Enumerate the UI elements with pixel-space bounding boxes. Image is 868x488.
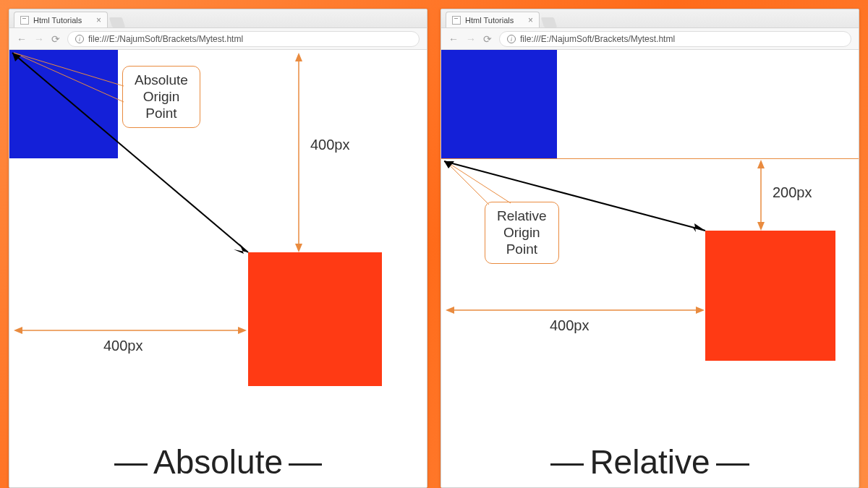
- back-icon[interactable]: ←: [448, 34, 459, 44]
- browser-tabbar: Html Tutorials ×: [9, 9, 427, 28]
- close-icon[interactable]: ×: [528, 16, 533, 25]
- browser-toolbar: ← → ⟳ i file:///E:/NajumSoft/Brackets/My…: [441, 28, 859, 50]
- blue-square: [441, 50, 557, 158]
- panel-relative: Html Tutorials × ← → ⟳ i file:///E:/Naju…: [441, 9, 859, 488]
- relative-baseline: [441, 158, 859, 159]
- svg-marker-5: [238, 327, 247, 334]
- red-square: [248, 252, 382, 386]
- origin-arrow: [444, 161, 705, 231]
- arrowhead-icon: [234, 244, 248, 254]
- close-icon[interactable]: ×: [96, 16, 101, 25]
- info-icon[interactable]: i: [75, 35, 84, 43]
- callout-absolute-origin: Absolute Origin Point: [122, 66, 200, 128]
- arrowhead-icon: [444, 161, 454, 168]
- panel-absolute: Html Tutorials × ← → ⟳ i file:///E:/Naju…: [9, 9, 427, 488]
- dimension-horizontal: 400px: [550, 317, 590, 334]
- back-icon[interactable]: ←: [17, 34, 27, 44]
- url-text: file:///E:/NajumSoft/Brackets/Mytest.htm…: [520, 34, 675, 44]
- canvas-relative: Relative Origin Point 200px: [441, 50, 859, 487]
- dimension-horizontal: 400px: [103, 338, 143, 354]
- callout-pointer: [446, 161, 511, 203]
- forward-icon: →: [466, 34, 476, 44]
- file-icon: [20, 16, 29, 25]
- url-text: file:///E:/NajumSoft/Brackets/Mytest.htm…: [88, 34, 243, 44]
- red-square: [705, 231, 835, 361]
- browser-tab[interactable]: Html Tutorials ×: [14, 12, 108, 27]
- reload-icon[interactable]: ⟳: [483, 34, 492, 44]
- blue-square: [9, 50, 118, 158]
- callout-relative-origin: Relative Origin Point: [485, 202, 559, 264]
- forward-icon: →: [34, 34, 44, 44]
- dimension-vertical: 200px: [773, 184, 812, 201]
- browser-tabbar: Html Tutorials ×: [441, 9, 859, 28]
- info-icon[interactable]: i: [507, 35, 516, 43]
- new-tab-button[interactable]: [109, 17, 126, 27]
- caption-absolute: Absolute: [9, 442, 427, 481]
- svg-marker-4: [14, 327, 22, 334]
- svg-marker-2: [295, 244, 302, 252]
- address-bar[interactable]: i file:///E:/NajumSoft/Brackets/Mytest.h…: [499, 31, 851, 47]
- arrowhead-icon: [693, 223, 705, 232]
- svg-marker-8: [757, 222, 765, 231]
- file-icon: [452, 16, 461, 25]
- new-tab-button[interactable]: [541, 17, 558, 27]
- browser-tab[interactable]: Html Tutorials ×: [446, 12, 540, 27]
- canvas-absolute: Absolute Origin Point 400px: [9, 50, 427, 487]
- svg-marker-7: [757, 160, 765, 168]
- address-bar[interactable]: i file:///E:/NajumSoft/Brackets/Mytest.h…: [67, 31, 420, 47]
- svg-marker-10: [446, 307, 454, 314]
- tab-title: Html Tutorials: [33, 16, 82, 25]
- reload-icon[interactable]: ⟳: [51, 34, 60, 44]
- tab-title: Html Tutorials: [465, 16, 514, 25]
- svg-marker-1: [295, 53, 302, 61]
- svg-marker-11: [696, 307, 705, 314]
- dimension-vertical: 400px: [310, 137, 350, 153]
- browser-toolbar: ← → ⟳ i file:///E:/NajumSoft/Brackets/My…: [9, 28, 427, 50]
- callout-pointer: [446, 161, 489, 205]
- caption-relative: Relative: [441, 442, 859, 481]
